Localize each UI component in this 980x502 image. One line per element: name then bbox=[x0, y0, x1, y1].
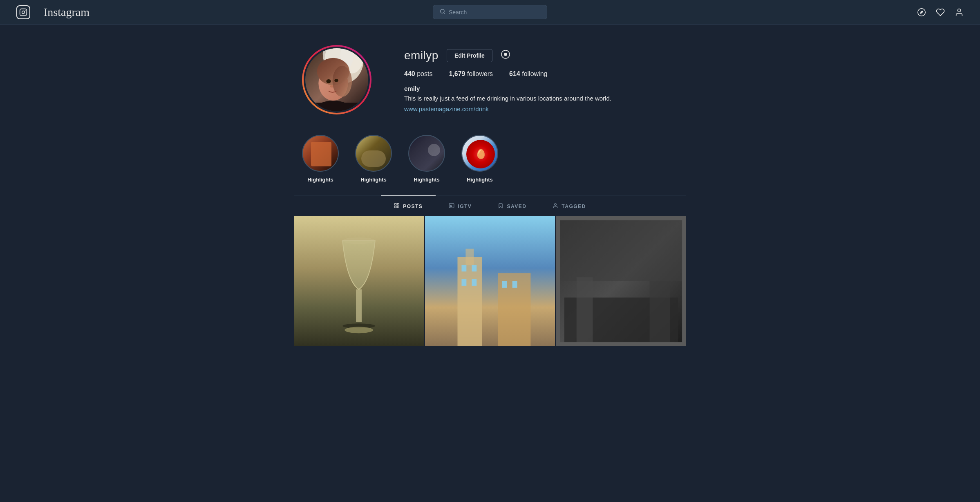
igtv-tab-icon bbox=[449, 203, 454, 210]
svg-rect-42 bbox=[502, 281, 507, 288]
profile-info: emilyp Edit Profile 440 posts 1,679 foll… bbox=[404, 45, 678, 113]
svg-rect-40 bbox=[461, 279, 466, 286]
posts-grid bbox=[294, 216, 686, 346]
heart-icon[interactable] bbox=[936, 8, 945, 17]
svg-rect-35 bbox=[458, 257, 482, 346]
highlight-circle-1 bbox=[302, 135, 339, 172]
svg-point-2 bbox=[25, 10, 26, 11]
svg-rect-0 bbox=[20, 9, 27, 16]
svg-point-28 bbox=[555, 204, 557, 206]
svg-rect-31 bbox=[356, 289, 362, 322]
edit-profile-button[interactable]: Edit Profile bbox=[447, 49, 492, 62]
highlight-item-1[interactable]: Highlights bbox=[302, 135, 339, 183]
stat-followers-label: followers bbox=[467, 70, 493, 77]
svg-line-4 bbox=[444, 13, 445, 14]
saved-tab-icon bbox=[498, 203, 503, 210]
svg-point-16 bbox=[326, 79, 331, 83]
compass-icon[interactable] bbox=[917, 8, 926, 17]
highlight-circle-4: 🥚 bbox=[461, 135, 498, 172]
svg-rect-25 bbox=[395, 206, 396, 208]
post-thumb-1[interactable] bbox=[294, 216, 424, 346]
highlight-circle-2 bbox=[355, 135, 392, 172]
tab-saved[interactable]: SAVED bbox=[485, 195, 539, 216]
tab-saved-label: SAVED bbox=[507, 204, 526, 209]
highlight-3-detail bbox=[428, 144, 440, 156]
svg-rect-41 bbox=[472, 279, 477, 286]
stat-following-label: following bbox=[522, 70, 547, 77]
stat-posts: 440 posts bbox=[404, 70, 432, 78]
tabs-section: POSTS IGTV SAVED bbox=[294, 195, 686, 216]
logo-divider bbox=[37, 7, 37, 18]
stat-followers: 1,679 followers bbox=[449, 70, 493, 78]
search-bar[interactable]: Search bbox=[433, 5, 547, 19]
tab-tagged[interactable]: TAGGED bbox=[539, 195, 599, 216]
highlight-1-detail bbox=[311, 142, 331, 166]
svg-point-18 bbox=[330, 85, 333, 87]
profile-website-link[interactable]: www.pastemagazine.com/drink bbox=[404, 105, 489, 112]
instagram-logo-icon bbox=[16, 5, 30, 19]
settings-icon[interactable] bbox=[501, 49, 510, 62]
tab-posts-label: POSTS bbox=[403, 204, 423, 209]
stat-followers-count: 1,679 bbox=[449, 70, 465, 77]
tabs-nav: POSTS IGTV SAVED bbox=[294, 195, 686, 216]
tagged-tab-icon bbox=[553, 203, 558, 210]
svg-marker-6 bbox=[920, 11, 923, 14]
header-left: Instagram bbox=[16, 5, 332, 19]
svg-rect-45 bbox=[556, 216, 686, 281]
highlight-2-detail bbox=[361, 150, 386, 167]
stat-following-count: 614 bbox=[509, 70, 520, 77]
highlight-label-1: Highlights bbox=[307, 177, 333, 183]
highlights-section: Highlights Highlights Highlights 🥚 Highl… bbox=[294, 127, 686, 183]
posts-tab-icon bbox=[394, 203, 400, 210]
highlight-label-4: Highlights bbox=[467, 177, 493, 183]
highlight-4-detail: 🥚 bbox=[466, 140, 495, 168]
svg-rect-23 bbox=[395, 204, 396, 205]
profile-username: emilyp bbox=[404, 49, 439, 62]
highlight-item-2[interactable]: Highlights bbox=[355, 135, 392, 183]
highlight-label-3: Highlights bbox=[414, 177, 440, 183]
tab-tagged-label: TAGGED bbox=[562, 204, 586, 209]
svg-rect-34 bbox=[425, 216, 555, 346]
svg-point-17 bbox=[334, 79, 338, 82]
profile-bio: This is really just a feed of me drinkin… bbox=[404, 94, 678, 103]
logo-text: Instagram bbox=[44, 6, 89, 19]
svg-point-1 bbox=[22, 11, 25, 13]
tab-igtv-label: IGTV bbox=[458, 204, 472, 209]
svg-point-32 bbox=[345, 327, 373, 333]
post-thumb-2[interactable] bbox=[425, 216, 555, 346]
svg-rect-39 bbox=[472, 265, 477, 271]
svg-point-22 bbox=[504, 53, 507, 56]
svg-rect-26 bbox=[397, 206, 399, 208]
profile-avatar-wrap[interactable] bbox=[302, 45, 371, 114]
highlight-item-3[interactable]: Highlights bbox=[408, 135, 445, 183]
tab-posts[interactable]: POSTS bbox=[381, 195, 436, 216]
stat-following: 614 following bbox=[509, 70, 547, 78]
svg-rect-38 bbox=[461, 265, 466, 271]
tab-igtv[interactable]: IGTV bbox=[436, 195, 485, 216]
header-center: Search bbox=[332, 5, 648, 19]
profile-stats: 440 posts 1,679 followers 614 following bbox=[404, 70, 678, 78]
highlight-label-2: Highlights bbox=[360, 177, 387, 183]
highlight-item-4[interactable]: 🥚 Highlights bbox=[461, 135, 498, 183]
search-placeholder: Search bbox=[449, 9, 467, 16]
header-right bbox=[648, 8, 964, 17]
svg-rect-47 bbox=[577, 277, 593, 346]
svg-rect-37 bbox=[465, 249, 474, 265]
svg-rect-48 bbox=[650, 281, 670, 346]
svg-point-33 bbox=[342, 238, 375, 244]
stat-posts-count: 440 bbox=[404, 70, 415, 77]
post-thumb-3[interactable] bbox=[556, 216, 686, 346]
svg-rect-43 bbox=[512, 281, 517, 288]
user-icon[interactable] bbox=[955, 8, 964, 17]
highlight-circle-3 bbox=[408, 135, 445, 172]
profile-section: emilyp Edit Profile 440 posts 1,679 foll… bbox=[294, 25, 686, 127]
profile-avatar-inner bbox=[304, 47, 370, 113]
search-icon bbox=[440, 9, 445, 16]
stat-posts-label: posts bbox=[417, 70, 432, 77]
svg-point-7 bbox=[958, 9, 960, 11]
header: Instagram Search bbox=[0, 0, 980, 25]
profile-display-name: emily bbox=[404, 85, 678, 92]
svg-rect-24 bbox=[397, 204, 399, 205]
avatar bbox=[305, 47, 368, 113]
profile-username-row: emilyp Edit Profile bbox=[404, 49, 678, 62]
